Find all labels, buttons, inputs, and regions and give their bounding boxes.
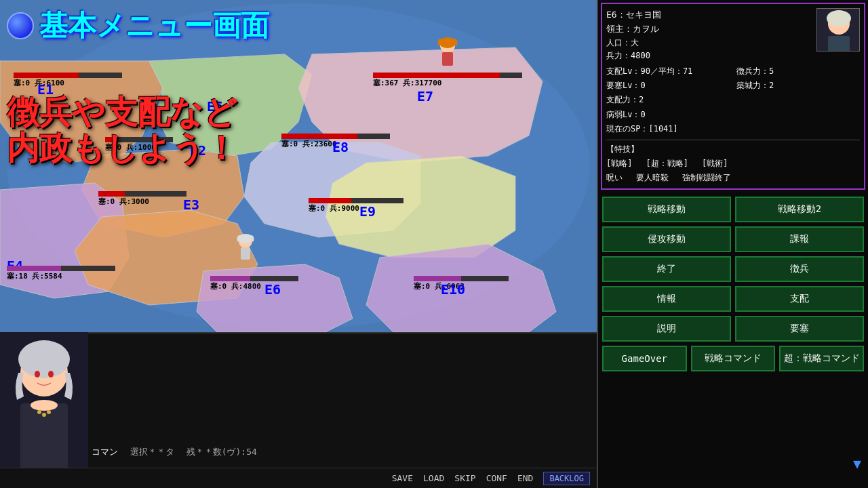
skill-col2: [超：戦略]: [646, 157, 688, 170]
btn-row-5: 説明 要塞: [602, 316, 864, 342]
btn-row-1: 戦略移動 戦略移動2: [602, 197, 864, 222]
svg-rect-3: [442, 52, 453, 66]
svg-point-16: [42, 413, 46, 417]
char-sprite-e7: [434, 37, 461, 75]
title-overlay: 基本メニュー画面: [7, 7, 269, 45]
skill-row2-col1: 呪い: [606, 171, 623, 184]
control-stat: 支配力：2: [606, 94, 644, 106]
scroll-down-arrow[interactable]: ▼: [853, 455, 864, 466]
super-strategy-cmd-btn[interactable]: 超：戦略コマンド: [779, 346, 864, 371]
svg-point-7: [238, 234, 253, 243]
map-area: 基本メニュー画面 塞:0 兵:6100 E1 塞:367 兵:317700 E7…: [0, 0, 597, 332]
info-action-btn[interactable]: 情報: [602, 286, 731, 312]
subtitle-overlay: 徴兵や支配など 内政もしよう！: [7, 94, 237, 166]
svg-point-15: [37, 410, 41, 414]
conf-btn[interactable]: CONF: [486, 473, 507, 483]
e8-troops: 塞:0 兵:23600: [281, 139, 337, 149]
troops-count: 兵力：4800: [606, 49, 661, 62]
e1-bar-fill: [14, 73, 79, 78]
svg-point-10: [18, 340, 70, 378]
domination-stat: 支配Lv：90／平均：71: [606, 65, 692, 78]
e10-bar-fill: [414, 276, 461, 281]
control-action-btn[interactable]: 支配: [735, 286, 864, 312]
e8-bar-fill: [281, 134, 357, 139]
e3-bar-fill: [98, 191, 125, 197]
action-buttons: 戦略移動 戦略移動2 侵攻移動 課報 終了 徴兵 情報 支配 説明 要塞 Gam…: [598, 192, 868, 488]
game-container: 基本メニュー画面 塞:0 兵:6100 E1 塞:367 兵:317700 E7…: [0, 0, 868, 488]
select-label: 選択＊＊タ: [130, 447, 174, 457]
e9-troops: 塞:0 兵:9000: [309, 203, 359, 214]
population: 人口：大: [606, 37, 661, 49]
lord-label: 領主：カヲル: [606, 22, 661, 37]
skills-header: 【特技】: [606, 143, 860, 156]
btn-row-3: 終了 徴兵: [602, 256, 864, 282]
sp-stat: 現在のSP：[1041]: [606, 123, 678, 136]
strategic-move2-btn[interactable]: 戦略移動2: [735, 197, 864, 222]
svg-rect-21: [828, 36, 850, 52]
e6-bar: [210, 276, 298, 281]
command-status: コマン 選択＊＊タ 残＊＊数(ヴ):54: [92, 446, 458, 461]
sickness-stat: 病弱Lv：0: [606, 108, 646, 121]
strategy-cmd-btn[interactable]: 戦略コマンド: [691, 346, 776, 371]
skill-row2-col3: 強制戦闘終了: [682, 171, 731, 184]
bottom-char-portrait: [0, 332, 88, 488]
e6-bar-fill: [210, 276, 250, 281]
lord-avatar: [816, 8, 860, 52]
svg-point-20: [827, 10, 851, 26]
intelligence-btn[interactable]: 課報: [735, 226, 864, 252]
end-turn-btn[interactable]: 終了: [602, 256, 731, 282]
skills-section: 【特技】 [戦略] [超：戦略] [戦術] 呪い 要人暗殺 強制戦闘終了: [606, 140, 860, 185]
conscript-stat: 徴兵力：5: [736, 65, 774, 78]
e3-troops: 塞:0 兵:3000: [98, 197, 149, 207]
e3-bar: [98, 191, 186, 197]
title-circle: [7, 12, 34, 39]
svg-rect-6: [241, 247, 250, 260]
bottom-bar: コマン 選択＊＊タ 残＊＊数(ヴ):54 SAVE LOAD SKIP CONF…: [0, 332, 597, 488]
e6-troops: 塞:0 兵:4800: [210, 281, 261, 291]
remaining-label: 残＊＊数(ヴ):54: [186, 447, 257, 457]
subtitle-line1: 徴兵や支配など: [7, 94, 237, 130]
load-btn[interactable]: LOAD: [423, 473, 444, 483]
svg-point-14: [31, 400, 58, 411]
skill-col3: [戦術]: [702, 157, 728, 170]
invasion-move-btn[interactable]: 侵攻移動: [602, 226, 731, 252]
e9-bar-fill: [309, 198, 351, 203]
skip-btn[interactable]: SKIP: [454, 473, 475, 483]
cmd-label: コマン: [92, 447, 118, 457]
skill-row2-col2: 要人暗殺: [636, 171, 669, 184]
e9-bar: [309, 198, 403, 203]
gameover-btn[interactable]: GameOver: [602, 346, 687, 371]
btn-row-4: 情報 支配: [602, 286, 864, 312]
stats-grid: 支配Lv：90／平均：71 徴兵力：5 要塞Lv：0 築城力：2 支配力：2 病…: [606, 65, 860, 136]
fortress-action-btn[interactable]: 要塞: [735, 316, 864, 342]
explain-action-btn[interactable]: 説明: [602, 316, 731, 342]
strategic-move-btn[interactable]: 戦略移動: [602, 197, 731, 222]
territory-info: E6：セキヨ国 領主：カヲル 人口：大 兵力：4800 支配Lv：90: [601, 3, 865, 190]
save-btn[interactable]: SAVE: [392, 473, 413, 483]
e9-label: E9: [359, 203, 376, 220]
end-btn[interactable]: END: [517, 473, 533, 483]
fortify-stat: 築城力：2: [736, 79, 774, 92]
btn-row-6: GameOver 戦略コマンド 超：戦略コマンド: [602, 346, 864, 371]
svg-point-11: [35, 371, 40, 378]
territory-name: E6：セキヨ国: [606, 8, 661, 22]
title-text: 基本メニュー画面: [39, 7, 269, 45]
e4-bar: [7, 266, 115, 271]
backlog-btn[interactable]: BACKLOG: [543, 472, 590, 485]
e1-bar: [14, 73, 122, 78]
right-panel: E6：セキヨ国 領主：カヲル 人口：大 兵力：4800 支配Lv：90: [597, 0, 868, 488]
e10-bar: [414, 276, 509, 281]
subtitle-line2: 内政もしよう！: [7, 130, 237, 166]
svg-point-17: [47, 410, 51, 414]
bottom-buttons-row: SAVE LOAD SKIP CONF END BACKLOG: [0, 468, 597, 488]
char-sprite-e6: [234, 234, 258, 268]
skill-col1: [戦略]: [606, 157, 632, 170]
conscript-action-btn[interactable]: 徴兵: [735, 256, 864, 282]
e7-troops: 塞:367 兵:317700: [373, 78, 441, 88]
e7-label: E7: [417, 88, 433, 104]
svg-point-4: [439, 37, 456, 48]
btn-row-2: 侵攻移動 課報: [602, 226, 864, 252]
e8-bar: [281, 134, 390, 139]
e6-label: E6: [264, 281, 281, 298]
e3-label: E3: [183, 197, 199, 213]
